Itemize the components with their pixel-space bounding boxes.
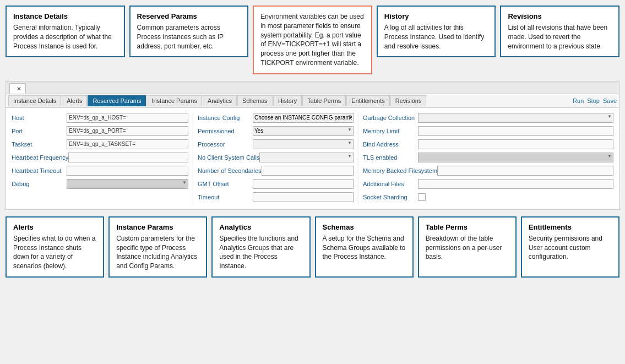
- field-label: Timeout: [198, 194, 253, 200]
- field-row-heartbeat-frequency: Heartbeat Frequency: [12, 152, 188, 163]
- field-row-timeout: Timeout: [198, 192, 354, 203]
- field-label: No Client System Calls: [198, 154, 259, 161]
- field-input-memory-backed-filesystem[interactable]: [437, 166, 613, 176]
- nav-tab-instance-params[interactable]: Instance Params: [146, 95, 202, 106]
- field-input-bind-address[interactable]: [418, 139, 613, 149]
- tab-close-icon[interactable]: ✕: [17, 86, 21, 92]
- field-select-permissioned[interactable]: Yes: [253, 126, 354, 136]
- field-label: Processor: [198, 141, 253, 148]
- field-row-memory-backed-filesystem: Memory Backed Filesystem: [363, 165, 613, 176]
- field-row-debug: Debug: [12, 178, 188, 189]
- bottom-card-text-alerts: Specifies what to do when a Process Inst…: [13, 234, 96, 271]
- select-wrapper: Yes: [253, 126, 354, 136]
- field-row-processor: Processor: [198, 139, 354, 150]
- field-input-gmt-offset[interactable]: [253, 179, 354, 189]
- field-select-gray-tls-enabled[interactable]: [418, 153, 613, 162]
- info-card-title-reserved-params: Reserved Params: [137, 12, 241, 20]
- field-label: Permissioned: [198, 128, 253, 134]
- info-card-revisions: RevisionsList of all revisions that have…: [500, 6, 619, 57]
- field-label: Taskset: [12, 141, 67, 148]
- field-label: Memory Backed Filesystem: [363, 167, 437, 174]
- field-label: Bind Address: [363, 141, 418, 148]
- nav-tabs-row: Instance DetailsAlertsReserved ParamsIns…: [6, 94, 619, 108]
- select-wrapper-gray: [67, 179, 188, 189]
- bottom-card-text-table-perms: Breakdown of the table permissions on a …: [426, 234, 509, 262]
- select-wrapper: Choose an INSTANCE CONFIG parameter over…: [253, 113, 354, 123]
- info-card-text-reserved-params: Common parameters across Process Instanc…: [137, 23, 241, 51]
- field-label: Heartbeat Timeout: [12, 167, 67, 174]
- field-input-heartbeat-frequency[interactable]: [68, 153, 188, 162]
- nav-tab-history[interactable]: History: [273, 95, 302, 106]
- bottom-card-title-schemas: Schemas: [323, 223, 406, 231]
- field-checkbox-socket-sharding[interactable]: [418, 193, 426, 201]
- nav-tab-revisions[interactable]: Revisions: [390, 95, 427, 106]
- field-row-memory-limit: Memory Limit: [363, 126, 613, 137]
- field-input-host[interactable]: [67, 113, 188, 123]
- field-label: GMT Offset: [198, 181, 253, 187]
- field-label: Garbage Collection: [363, 115, 418, 121]
- info-card-text-history: A log of all activities for this Process…: [384, 23, 488, 51]
- field-row-permissioned: PermissionedYes: [198, 126, 354, 137]
- field-input-additional-files[interactable]: [418, 179, 613, 189]
- bottom-card-text-entitlements: Security permissions and User account cu…: [529, 234, 612, 262]
- run-action[interactable]: Run: [573, 97, 584, 104]
- field-label: TLS enabled: [363, 154, 418, 161]
- field-input-memory-limit[interactable]: [418, 126, 613, 136]
- field-select-gray-debug[interactable]: [67, 179, 188, 189]
- info-card-text-env-variables: Environment variables can be used in mos…: [260, 12, 365, 68]
- info-card-instance-details: Instance DetailsGeneral information. Typ…: [6, 6, 125, 57]
- nav-tab-alerts[interactable]: Alerts: [62, 95, 87, 106]
- field-row-additional-files: Additional Files: [363, 178, 613, 189]
- field-input-timeout[interactable]: [253, 192, 354, 202]
- nav-tab-reserved-params[interactable]: Reserved Params: [88, 95, 146, 106]
- field-row-no-client-system-calls: No Client System Calls: [198, 152, 354, 163]
- mid-fields-col: Instance ConfigChoose an INSTANCE CONFIG…: [193, 112, 358, 205]
- nav-tab-instance-details[interactable]: Instance Details: [8, 95, 61, 106]
- field-input-taskset[interactable]: [67, 139, 188, 149]
- field-select-processor[interactable]: [253, 139, 354, 149]
- bottom-card-title-entitlements: Entitlements: [529, 223, 612, 231]
- field-input-heartbeat-timeout[interactable]: [67, 166, 188, 176]
- process-panel: ✕ Instance DetailsAlertsReserved ParamsI…: [6, 81, 619, 210]
- top-info-cards-row: Instance DetailsGeneral information. Typ…: [6, 6, 619, 74]
- field-label: Number of Secondaries: [198, 167, 262, 174]
- bottom-card-alerts: AlertsSpecifies what to do when a Proces…: [6, 216, 104, 278]
- field-select-garbage-collection[interactable]: [418, 113, 613, 123]
- bottom-card-analytics: AnalyticsSpecifies the functions and Ana…: [211, 216, 310, 278]
- nav-tab-analytics[interactable]: Analytics: [203, 95, 237, 106]
- bottom-card-text-schemas: A setup for the Schema and Schema Groups…: [323, 234, 406, 262]
- field-label: Host: [12, 115, 67, 121]
- select-wrapper: [253, 139, 354, 149]
- info-card-history: HistoryA log of all activities for this …: [377, 6, 496, 57]
- nav-tab-schemas[interactable]: Schemas: [237, 95, 273, 106]
- stop-action[interactable]: Stop: [587, 97, 600, 104]
- field-label: Debug: [12, 181, 67, 187]
- field-label: Memory Limit: [363, 128, 418, 134]
- save-action[interactable]: Save: [603, 97, 617, 104]
- bottom-card-title-instance-params: Instance Params: [116, 223, 199, 231]
- field-row-heartbeat-timeout: Heartbeat Timeout: [12, 165, 188, 176]
- field-input-number-of-secondaries[interactable]: [262, 166, 354, 176]
- bottom-card-schemas: SchemasA setup for the Schema and Schema…: [315, 216, 414, 278]
- field-select-no-client-system-calls[interactable]: [259, 153, 354, 162]
- field-row-gmt-offset: GMT Offset: [198, 178, 354, 189]
- select-wrapper: [418, 113, 613, 123]
- bottom-card-title-alerts: Alerts: [13, 223, 96, 231]
- bottom-card-text-instance-params: Custom parameters for the specific type …: [116, 234, 199, 271]
- bottom-card-entitlements: EntitlementsSecurity permissions and Use…: [521, 216, 619, 278]
- field-row-port: Port: [12, 126, 188, 137]
- field-select-instance-config[interactable]: Choose an INSTANCE CONFIG parameter over…: [253, 113, 354, 123]
- nav-tab-entitlements[interactable]: Entitlements: [346, 95, 390, 106]
- field-row-tls-enabled: TLS enabled: [363, 152, 613, 163]
- info-card-text-revisions: List of all revisions that have been mad…: [508, 23, 612, 51]
- field-input-port[interactable]: [67, 126, 188, 136]
- field-label: Port: [12, 128, 67, 134]
- info-card-env-variables: Environment variables can be used in mos…: [253, 6, 372, 74]
- field-row-bind-address: Bind Address: [363, 139, 613, 150]
- fields-area: HostPortTasksetHeartbeat FrequencyHeartb…: [12, 112, 613, 205]
- field-row-taskset: Taskset: [12, 139, 188, 150]
- nav-tab-table-perms[interactable]: Table Perms: [302, 95, 346, 106]
- process-tab[interactable]: ✕: [9, 83, 26, 94]
- field-label: Instance Config: [198, 115, 253, 121]
- info-card-title-revisions: Revisions: [508, 12, 612, 20]
